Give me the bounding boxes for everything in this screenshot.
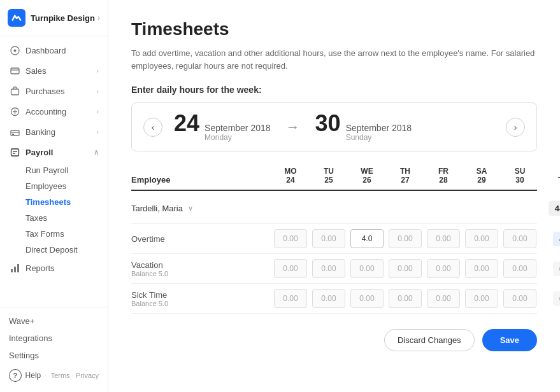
sick-time-row: Sick Time Balance 5.0 0.00 0.00 0.00 0.0… [131,284,537,314]
overtime-su-input[interactable]: 0.00 [503,229,536,248]
sidebar-item-run-payroll[interactable]: Run Payroll [25,162,108,178]
vacation-sa-input[interactable]: 0.00 [465,259,498,278]
sidebar-label-dashboard: Dashboard [25,46,66,55]
sidebar-item-accounting[interactable]: Accounting › [0,101,108,122]
privacy-link[interactable]: Privacy [76,372,99,379]
accounting-chevron-icon: › [96,108,99,115]
sidebar-item-employees[interactable]: Employees [25,178,108,194]
payroll-chevron-icon: ∧ [94,148,99,157]
brand[interactable]: Turnpike Design › [0,0,108,36]
banking-chevron-icon: › [96,128,99,136]
sick-tu-input[interactable]: 0.00 [312,289,345,308]
accounting-icon [9,106,20,117]
svg-rect-4 [11,89,18,95]
payroll-submenu: Run Payroll Employees Timesheets Taxes T… [0,162,108,258]
header-tu: TU 25 [310,167,348,185]
sidebar-item-reports[interactable]: Reports [0,258,108,278]
vacation-total: 0.0 [539,262,560,276]
overtime-tu-input[interactable]: 0.00 [312,229,345,248]
sidebar-item-payroll[interactable]: Payroll ∧ [0,142,108,162]
svg-rect-14 [14,267,16,272]
svg-point-1 [13,49,16,52]
purchases-chevron-icon: › [96,87,99,95]
overtime-th-input[interactable]: 0.00 [389,229,422,248]
sidebar-item-tax-forms[interactable]: Tax Forms [25,226,108,242]
sidebar-item-purchases[interactable]: Purchases › [0,81,108,101]
sick-mo-input[interactable]: 0.00 [274,289,307,308]
end-month: September 2018 [346,123,412,133]
sidebar-item-wave-plus[interactable]: Wave+ [0,312,108,330]
header-we: WE 26 [348,167,386,185]
sidebar-label-banking: Banking [25,127,55,137]
start-day: Monday [205,133,271,142]
svg-rect-10 [11,149,18,156]
payroll-icon [9,146,20,158]
sick-we-input[interactable]: 0.00 [350,289,384,308]
terms-link[interactable]: Terms [51,372,70,379]
sidebar-item-direct-deposit[interactable]: Direct Deposit [25,242,108,258]
sidebar-item-sales[interactable]: Sales › [0,60,108,81]
sick-fr-input[interactable]: 0.00 [427,289,460,308]
vacation-mo-input[interactable]: 0.00 [274,259,307,278]
sick-th-input[interactable]: 0.00 [389,289,422,308]
end-date-info: September 2018 Sunday [346,123,412,142]
header-sa: SA 29 [463,167,501,185]
timesheet-table: Employee MO 24 TU 25 WE 26 TH 27 FR 28 [131,167,537,314]
footer-actions: Discard Changes Save [131,329,537,351]
svg-rect-15 [17,264,19,272]
help-label: Help [25,371,41,380]
vacation-fr-input[interactable]: 0.00 [427,259,460,278]
sidebar-item-taxes[interactable]: Taxes [25,210,108,226]
employee-name[interactable]: Tardelli, Maria ∨ [131,204,271,213]
employee-row-tardelli: Tardelli, Maria ∨ 44.0 [131,193,537,224]
overtime-row: Overtime 0.00 0.00 4.0 0.00 0.00 0.00 0.… [131,224,537,254]
overtime-we-input[interactable]: 4.0 [350,229,384,248]
sidebar-label-reports: Reports [25,263,55,273]
dashboard-icon [9,45,20,56]
employee-total: 44.0 [539,201,560,216]
table-header: Employee MO 24 TU 25 WE 26 TH 27 FR 28 [131,167,537,191]
sidebar-bottom: Wave+ Integrations Settings ? Help · Ter… [0,307,108,392]
overtime-fr-input[interactable]: 0.00 [427,229,460,248]
next-week-button[interactable]: › [506,118,525,137]
save-button[interactable]: Save [482,329,537,351]
sick-sa-input[interactable]: 0.00 [465,289,498,308]
sidebar-label-accounting: Accounting [25,107,66,116]
help-button[interactable]: ? Help · Terms · Privacy [0,364,108,387]
vacation-tu-input[interactable]: 0.00 [312,259,345,278]
header-mo: MO 24 [271,167,310,185]
end-day: Sunday [346,133,412,142]
sidebar-label-purchases: Purchases [25,87,64,96]
sidebar-item-integrations[interactable]: Integrations [0,330,108,347]
vacation-we-input[interactable]: 0.00 [350,259,384,278]
header-total: Total [539,175,560,185]
sales-chevron-icon: › [96,67,99,74]
purchases-icon [9,85,20,97]
prev-week-button[interactable]: ‹ [143,118,162,137]
vacation-su-input[interactable]: 0.00 [503,259,536,278]
sidebar-item-settings[interactable]: Settings [0,347,108,364]
overtime-sa-input[interactable]: 0.00 [465,229,498,248]
sidebar-item-timesheets[interactable]: Timesheets [25,194,108,210]
brand-chevron-icon: › [97,13,100,22]
vacation-th-input[interactable]: 0.00 [389,259,422,278]
brand-name: Turnpike Design [31,13,97,23]
vacation-row: Vacation Balance 5.0 0.00 0.00 0.00 0.00… [131,254,537,284]
sick-time-label: Sick Time Balance 5.0 [131,290,271,307]
date-start: 24 September 2018 Monday [174,112,271,142]
svg-rect-2 [11,68,19,74]
discard-changes-button[interactable]: Discard Changes [384,329,475,351]
sales-icon [9,65,20,76]
date-end: 30 September 2018 Sunday [315,112,412,142]
nav-main: Dashboard Sales › Purchases › Accounting… [0,36,108,282]
sick-total: 0.0 [539,291,560,306]
header-su: SU 30 [501,167,539,185]
banking-icon [9,126,20,137]
page-subtitle: To add overtime, vacation and other addi… [131,47,537,72]
sidebar-item-dashboard[interactable]: Dashboard [0,40,108,60]
overtime-mo-input[interactable]: 0.00 [274,229,307,248]
start-month: September 2018 [205,123,271,133]
sick-su-input[interactable]: 0.00 [503,289,536,308]
week-prompt: Enter daily hours for the week: [131,85,537,95]
sidebar-item-banking[interactable]: Banking › [0,122,108,142]
